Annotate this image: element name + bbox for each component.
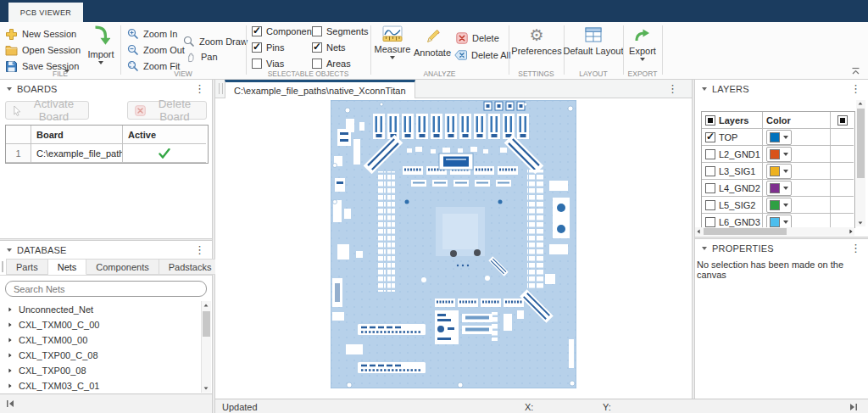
layer-checkbox[interactable]: [705, 132, 715, 142]
annotate-button[interactable]: Annotate: [412, 27, 453, 58]
canvas-tab[interactable]: C:\example_file_paths\native_XconnTitan: [225, 80, 415, 98]
layer-row[interactable]: TOP: [702, 129, 854, 146]
scroll-down-icon[interactable]: [204, 387, 209, 389]
layer-color-dropdown[interactable]: [766, 215, 792, 229]
segments-checkbox[interactable]: [312, 26, 322, 36]
zoom-in-button[interactable]: Zoom In: [127, 27, 177, 41]
pins-checkbox[interactable]: [252, 42, 262, 53]
tab-nets[interactable]: Nets: [48, 259, 87, 275]
net-tree-item[interactable]: CXL_TXM00_C_00: [8, 317, 99, 332]
database-vscrollbar[interactable]: [201, 301, 211, 393]
layer-row[interactable]: L3_SIG1: [702, 163, 854, 180]
zoom-out-button[interactable]: Zoom Out: [127, 43, 185, 57]
activate-board-button[interactable]: Activate Board: [5, 101, 89, 120]
scroll-thumb[interactable]: [704, 228, 787, 235]
expand-icon[interactable]: [8, 308, 11, 312]
scroll-up-icon[interactable]: [204, 304, 209, 306]
scroll-thumb[interactable]: [203, 311, 210, 337]
collapse-left-icon[interactable]: [6, 399, 14, 410]
scroll-thumb[interactable]: [857, 109, 865, 178]
nets-checkbox[interactable]: [312, 42, 322, 53]
layer-checkbox[interactable]: [705, 149, 715, 159]
net-tree-item[interactable]: CXL_TXM03_C_01: [8, 378, 99, 393]
net-tree-item[interactable]: CXL_TXP00_C_08: [8, 348, 98, 363]
tab-components[interactable]: Components: [86, 259, 159, 275]
measure-button[interactable]: Measure: [373, 25, 412, 59]
layers-menu-icon[interactable]: ⋮: [850, 83, 861, 94]
properties-menu-icon[interactable]: ⋮: [850, 243, 861, 254]
scroll-down-icon[interactable]: [859, 221, 863, 224]
layer-row[interactable]: L5_SIG2: [702, 197, 854, 214]
net-tree-item[interactable]: CXL_TXM00_00: [8, 332, 87, 348]
canvas-tab-grip[interactable]: [219, 83, 223, 94]
layer-color-dropdown[interactable]: [766, 181, 792, 196]
pins-checkbox-row[interactable]: Pins: [252, 42, 284, 53]
layer-color-dropdown[interactable]: [766, 130, 792, 145]
pan-button[interactable]: Pan: [186, 50, 218, 64]
components-checkbox[interactable]: [252, 26, 262, 36]
default-layout-button[interactable]: Default Layout: [562, 25, 625, 56]
layer-checkbox[interactable]: [705, 166, 715, 176]
vias-checkbox-row[interactable]: Vias: [252, 59, 284, 69]
preferences-button[interactable]: ⚙ Preferences: [512, 25, 561, 56]
expand-icon[interactable]: [8, 354, 11, 358]
collapse-right-icon[interactable]: [849, 403, 858, 413]
tab-pcb-viewer[interactable]: PCB VIEWER: [8, 3, 83, 22]
scroll-right-icon[interactable]: [849, 229, 852, 233]
delete-board-button[interactable]: Delete Board: [127, 101, 207, 120]
board-table-row[interactable]: 1 C:\example_file_paths\...: [6, 144, 208, 163]
tab-padstacks[interactable]: Padstacks: [159, 259, 222, 275]
segments-checkbox-row[interactable]: Segments: [312, 26, 369, 36]
search-nets-input[interactable]: [5, 281, 207, 297]
delete-all-button[interactable]: Delete All: [454, 48, 510, 62]
layer-checkbox[interactable]: [705, 183, 715, 193]
pcb-canvas[interactable]: [215, 98, 692, 399]
expand-icon[interactable]: [8, 384, 11, 388]
expand-icon[interactable]: [8, 338, 11, 343]
open-session-button[interactable]: Open Session: [5, 43, 81, 57]
export-button[interactable]: Export: [625, 25, 660, 61]
net-tree-item[interactable]: Unconnected_Net: [8, 302, 93, 317]
tab-parts[interactable]: Parts: [6, 259, 48, 275]
areas-checkbox-row[interactable]: Areas: [312, 59, 351, 69]
areas-checkbox[interactable]: [312, 59, 322, 69]
layers-collapse-icon[interactable]: [702, 87, 707, 91]
layers-extra-checkbox[interactable]: [837, 115, 848, 126]
canvas-menu-icon[interactable]: ⋮: [667, 83, 678, 94]
layers-select-all-checkbox[interactable]: [705, 115, 715, 126]
properties-collapse-icon[interactable]: [702, 247, 707, 250]
layer-row[interactable]: L6_GND3: [702, 214, 854, 228]
export-icon: [634, 25, 651, 44]
layer-color-dropdown[interactable]: [766, 164, 792, 179]
annotate-pencil-icon: [425, 27, 441, 46]
boards-menu-icon[interactable]: ⋮: [194, 83, 205, 94]
scroll-up-icon[interactable]: [859, 102, 863, 104]
delete-button[interactable]: Delete: [456, 31, 499, 45]
vias-checkbox[interactable]: [252, 59, 262, 69]
export-dropdown[interactable]: [640, 58, 645, 61]
expand-icon[interactable]: [8, 323, 11, 327]
boards-collapse-icon[interactable]: [7, 87, 12, 91]
database-collapse-icon[interactable]: [7, 248, 12, 252]
import-button[interactable]: Import: [85, 25, 117, 64]
layer-checkbox[interactable]: [705, 200, 715, 210]
layer-color-dropdown[interactable]: [766, 147, 792, 162]
components-checkbox-row[interactable]: Components: [252, 26, 319, 36]
import-dropdown[interactable]: [98, 61, 103, 64]
collapse-toolstrip-icon[interactable]: [851, 66, 860, 76]
layers-hscrollbar[interactable]: [695, 227, 854, 236]
database-tab-grip[interactable]: [2, 261, 3, 272]
nets-checkbox-row[interactable]: Nets: [312, 42, 346, 53]
new-session-button[interactable]: New Session: [5, 27, 76, 41]
measure-dropdown[interactable]: [390, 56, 395, 59]
layers-vscrollbar[interactable]: [856, 100, 865, 226]
layer-checkbox[interactable]: [705, 217, 715, 227]
net-tree-item[interactable]: CXL_TXP00_08: [8, 363, 86, 378]
database-menu-icon[interactable]: ⋮: [194, 244, 205, 255]
layer-row[interactable]: L4_GND2: [702, 180, 854, 197]
expand-icon[interactable]: [8, 369, 11, 373]
layer-color-dropdown[interactable]: [766, 198, 792, 213]
layer-row[interactable]: L2_GND1: [702, 146, 854, 163]
scroll-left-icon[interactable]: [697, 229, 699, 233]
zoom-draw-button[interactable]: Zoom Draw: [183, 35, 248, 48]
